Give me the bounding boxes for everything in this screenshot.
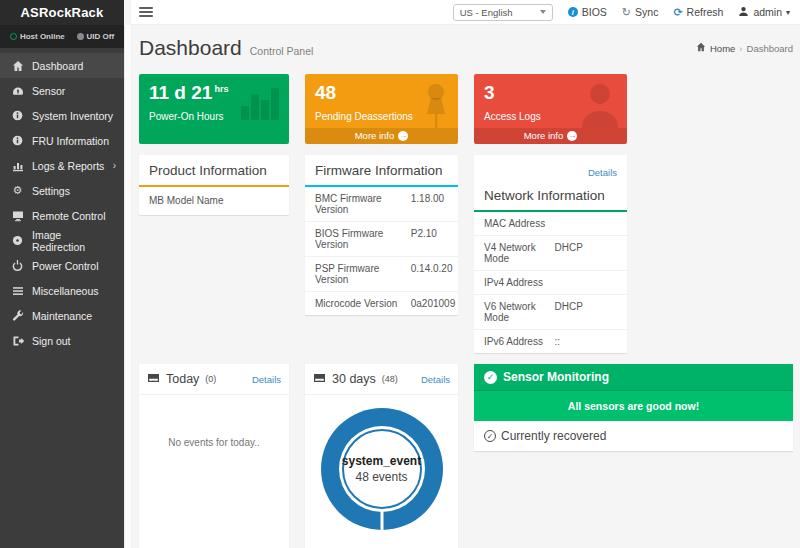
donut-center-label: system_event 48 events xyxy=(321,408,443,530)
sidebar-item-maintenance[interactable]: Maintenance xyxy=(0,303,124,328)
power-icon xyxy=(11,260,24,271)
table-row: V4 Network Mode DHCP xyxy=(474,236,627,271)
arrow-circle-icon: → xyxy=(567,131,577,141)
content-header: Dashboard Control Panel Home › Dashboard xyxy=(139,32,793,62)
power-on-hours-value: 11 d 21 xyxy=(149,82,212,103)
row-label: MB Model Name xyxy=(149,195,223,206)
inbox-icon xyxy=(147,370,160,388)
sidebar-item-power-control[interactable]: Power Control xyxy=(0,253,124,278)
user-menu[interactable]: admin ▾ xyxy=(738,6,790,19)
sensor-recovered-label: Currently recovered xyxy=(501,429,606,443)
user-icon xyxy=(738,6,749,19)
check-circle-outline-icon: ✓ xyxy=(484,430,496,442)
inbox-icon xyxy=(313,370,326,388)
breadcrumb-separator: › xyxy=(739,43,742,54)
sidebar-item-label: Logs & Reports xyxy=(32,160,104,172)
pending-deassertions-card[interactable]: 48 Pending Deassertions More info → xyxy=(305,74,458,144)
sidebar-menu: Dashboard Sensor System Inventory FRU In… xyxy=(0,48,124,353)
gear-icon: ⚙ xyxy=(11,184,24,197)
donut-ring: system_event 48 events xyxy=(321,408,443,530)
access-logs-value: 3 xyxy=(484,83,617,102)
uid-led-icon xyxy=(77,33,84,40)
language-select[interactable]: US - English xyxy=(453,4,553,21)
donut-series-value: 48 events xyxy=(355,470,407,484)
panel-title: Today xyxy=(166,372,199,386)
row-label: V4 Network Mode xyxy=(484,242,554,264)
refresh-link[interactable]: ⟳ Refresh xyxy=(673,6,723,18)
home-icon xyxy=(696,42,706,54)
table-row: MAC Address xyxy=(474,212,627,236)
host-status[interactable]: Host Online xyxy=(10,32,65,41)
row-value: DHCP xyxy=(554,301,582,323)
sidebar-scrollbar[interactable] xyxy=(124,25,131,548)
dashboard-grid: 11 d 21hrs Power-On Hours 48 Pending Dea… xyxy=(139,74,793,548)
today-events-panel: Today (0) Details No events for today.. xyxy=(139,364,289,548)
card-title: Firmware Information xyxy=(305,155,458,187)
sensor-panel-title: Sensor Monitoring xyxy=(503,370,609,384)
refresh-link-label: Refresh xyxy=(687,6,724,18)
breadcrumb-home-link[interactable]: Home xyxy=(710,43,735,54)
bios-link[interactable]: i BIOS xyxy=(568,6,607,18)
row-value: :: xyxy=(554,336,560,347)
sidebar-item-settings[interactable]: ⚙ Settings xyxy=(0,178,124,203)
donut-series-name: system_event xyxy=(342,454,421,468)
info-circle-icon xyxy=(11,110,24,121)
card-title: Network Information xyxy=(474,180,627,212)
sidebar-item-label: Maintenance xyxy=(32,310,92,322)
access-logs-card[interactable]: 3 Access Logs More info → xyxy=(474,74,627,144)
row-value: 0.14.0.20 xyxy=(411,263,453,285)
check-circle-icon: ✓ xyxy=(484,371,497,384)
panel-header: 30 days (48) Details xyxy=(305,364,458,395)
sidebar-item-remote-control[interactable]: Remote Control xyxy=(0,203,124,228)
network-details-link[interactable]: Details xyxy=(588,167,617,178)
more-info-label: More info xyxy=(355,130,395,141)
select-caret-icon xyxy=(540,10,546,14)
refresh-icon: ⟳ xyxy=(673,7,682,18)
sidebar-item-dashboard[interactable]: Dashboard xyxy=(0,53,124,78)
table-row: Microcode Version 0a201009 xyxy=(305,292,458,315)
bar-chart-icon xyxy=(11,160,24,172)
bios-link-label: BIOS xyxy=(582,6,607,18)
sync-link[interactable]: ↻ Sync xyxy=(622,6,659,18)
breadcrumb: Home › Dashboard xyxy=(696,42,793,54)
table-row: IPv4 Address xyxy=(474,271,627,295)
row-label: Microcode Version xyxy=(315,298,411,309)
sidebar-item-label: Miscellaneous xyxy=(32,285,99,297)
event-donut-chart[interactable]: system_event 48 events xyxy=(305,395,458,530)
sidebar-item-sign-out[interactable]: Sign out xyxy=(0,328,124,353)
arrow-circle-icon: → xyxy=(398,131,408,141)
power-on-hours-card[interactable]: 11 d 21hrs Power-On Hours xyxy=(139,74,289,144)
row-label: IPv4 Address xyxy=(484,277,554,288)
sync-icon: ↻ xyxy=(622,7,631,18)
main-area: US - English i BIOS ↻ Sync ⟳ Refresh xyxy=(131,0,800,548)
monitor-icon xyxy=(11,210,24,222)
power-on-hours-unit: hrs xyxy=(214,84,228,94)
30-days-details-link[interactable]: Details xyxy=(421,374,450,385)
sensor-panel-header: ✓ Sensor Monitoring xyxy=(474,364,793,391)
sidebar-item-fru-information[interactable]: FRU Information xyxy=(0,128,124,153)
sidebar-item-label: Power Control xyxy=(32,260,99,272)
sidebar-item-system-inventory[interactable]: System Inventory xyxy=(0,103,124,128)
uid-status[interactable]: UID Off xyxy=(77,32,115,41)
panel-header: Today (0) Details xyxy=(139,364,289,395)
content-area: Dashboard Control Panel Home › Dashboard xyxy=(131,25,800,548)
today-details-link[interactable]: Details xyxy=(252,374,281,385)
product-information-card: Product Information MB Model Name xyxy=(139,155,289,215)
sidebar-item-label: Sensor xyxy=(32,85,65,97)
sensor-recovered-row[interactable]: ✓ Currently recovered xyxy=(474,421,793,451)
sidebar-toggle-button[interactable] xyxy=(139,7,153,17)
sidebar-item-image-redirection[interactable]: Image Redirection xyxy=(0,228,124,253)
bmc-dashboard-app: ASRockRack Host Online UID Off Dashboard… xyxy=(0,0,800,548)
power-on-hours-label: Power-On Hours xyxy=(149,111,279,122)
sidebar-item-sensor[interactable]: Sensor xyxy=(0,78,124,103)
30-days-events-panel: 30 days (48) Details system_event 48 eve… xyxy=(305,364,458,548)
sidebar-item-logs-reports[interactable]: Logs & Reports › xyxy=(0,153,124,178)
sensor-monitoring-panel: ✓ Sensor Monitoring All sensors are good… xyxy=(474,364,793,451)
sidebar-item-miscellaneous[interactable]: Miscellaneous xyxy=(0,278,124,303)
sidebar-item-label: Image Redirection xyxy=(32,229,116,253)
sidebar-status-bar: Host Online UID Off xyxy=(0,25,124,48)
row-label: MAC Address xyxy=(484,218,554,229)
sidebar-item-label: Remote Control xyxy=(32,210,106,222)
access-logs-label: Access Logs xyxy=(484,111,617,122)
list-icon xyxy=(11,285,24,297)
